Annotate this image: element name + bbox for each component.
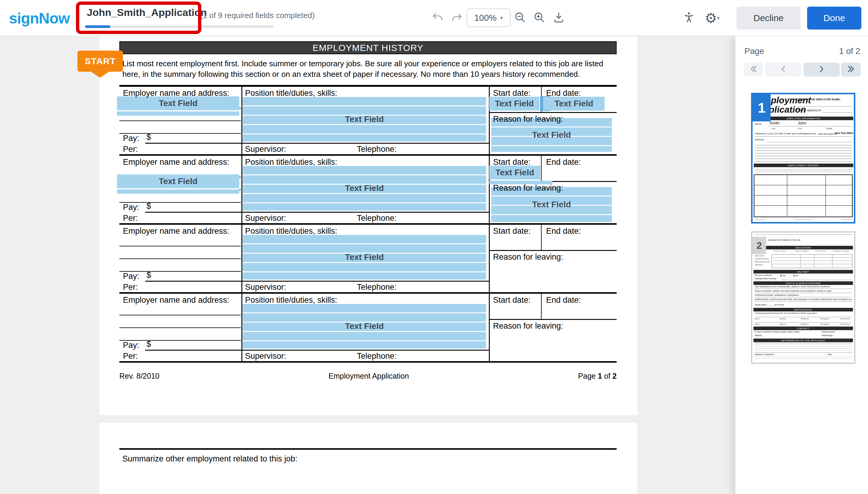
reason-divider: [489, 319, 617, 320]
last-page-button[interactable]: [841, 63, 861, 77]
pay-label: Pay:: [123, 272, 139, 281]
column-divider: [489, 225, 490, 292]
text-field-start-date[interactable]: Text Field: [489, 166, 540, 179]
employment-row-2: Employer name and address: Position titl…: [119, 156, 617, 225]
write-line: [119, 120, 241, 121]
thumb-alt-value: Text Test INFO: [834, 132, 853, 135]
undo-button[interactable]: [430, 11, 445, 25]
supervisor-label: Supervisor:: [245, 213, 286, 223]
write-line: [145, 143, 489, 144]
decline-button[interactable]: Decline: [737, 7, 800, 30]
thumb-line: [797, 106, 852, 107]
gear-icon: ⚙: [705, 11, 717, 25]
end-date-label: End date:: [546, 227, 581, 236]
text-field-overlay[interactable]: [117, 111, 239, 116]
footer-page-number: Page 1 of 2: [578, 372, 617, 380]
zoom-in-icon: [533, 11, 546, 25]
date-column-divider: [541, 294, 541, 319]
pay-label: Pay:: [123, 341, 139, 350]
text-field-overlay[interactable]: [117, 189, 239, 194]
thumb-col-label: Telephone: [800, 323, 809, 325]
accessibility-button[interactable]: [682, 11, 696, 25]
thumb-col-label: Graduate or degree: [833, 250, 849, 252]
thumb-col-label: Name: [755, 318, 759, 320]
thumb-references-line: List two personal references who are not…: [755, 312, 817, 314]
date-column-divider: [541, 156, 541, 181]
thumb-line: [755, 353, 852, 353]
thumb-line: [755, 301, 852, 302]
first-page-button[interactable]: [744, 63, 763, 77]
thumb-section-bar: EDUCATION: [754, 246, 853, 249]
thumb-skills-line: Typing speed: ______ per minute: [755, 304, 783, 306]
thumb-line: [755, 234, 852, 235]
next-page-button[interactable]: [804, 63, 840, 77]
redo-icon: [450, 12, 463, 24]
column-divider: [241, 294, 242, 361]
document-page-2: Summarize other employment related to th…: [99, 423, 637, 494]
page-number-badge: 1: [753, 94, 771, 121]
write-line: [145, 281, 489, 282]
thumb-line: [755, 297, 852, 297]
page-thumbnail-1[interactable]: 1 Employment Application COMPANY OR EMPL…: [751, 93, 855, 224]
thumb-contact-address: Address:: [755, 334, 762, 337]
thumb-checkbox-yes: Yes: [780, 274, 786, 277]
page-thumbnail-2[interactable]: 2 employment related to this job: EDUCAT…: [751, 231, 855, 364]
zoom-level-value: 100%: [474, 13, 497, 23]
reason-divider: [489, 250, 617, 251]
download-button[interactable]: [552, 11, 566, 25]
zoom-in-button[interactable]: [532, 11, 547, 25]
text-field-position[interactable]: Text Field: [243, 235, 486, 280]
signnow-logo: signNow: [9, 10, 70, 27]
thumb-line: [768, 126, 852, 127]
employment-row-3: Employer name and address: Position titl…: [119, 225, 617, 294]
text-field-end-date[interactable]: Text Field: [543, 97, 605, 111]
end-date-label: End date:: [546, 296, 581, 305]
thumb-col-label: Years known: [840, 318, 850, 320]
chevron-down-icon: ▾: [717, 15, 720, 21]
footer-revision: Rev. 8/2010: [119, 372, 160, 380]
column-divider: [489, 294, 490, 361]
thumb-skills-line: Additional skills, including supervision…: [755, 298, 852, 300]
thumb-contact-row: Telephone: (123) 123 4567 Email: john.sm…: [755, 132, 816, 135]
zoom-level-select[interactable]: 100% ▾: [466, 8, 511, 27]
employer-label: Employer name and address:: [123, 157, 229, 167]
thumb-section-bar: REFERENCES: [754, 308, 853, 311]
zoom-out-button[interactable]: [513, 11, 528, 25]
text-field-employer[interactable]: Text Field: [117, 96, 239, 110]
per-label: Per:: [123, 145, 138, 154]
fields-progress-text: (1 of 9 required fields completed): [200, 11, 315, 20]
text-field-start-date[interactable]: Text Field: [489, 97, 539, 111]
thumb-line: [767, 142, 852, 142]
text-field-position[interactable]: Text Field: [243, 97, 486, 141]
thumb-col-label: Middle: [826, 128, 832, 130]
thumb-text-lines: [755, 357, 852, 360]
thumb-last-name: Smith: [770, 121, 779, 125]
previous-page-button[interactable]: [765, 63, 801, 77]
thumb-line: [755, 322, 852, 323]
text-field-employer[interactable]: Text Field: [117, 174, 239, 188]
start-tag[interactable]: START: [77, 51, 123, 72]
text-field-position[interactable]: Text Field: [243, 304, 486, 348]
intro-text: List most recent employment first. Inclu…: [122, 58, 618, 79]
end-date-label: End date:: [546, 89, 581, 98]
redo-button[interactable]: [450, 11, 464, 25]
thumb-col-label: Institution name: [773, 250, 786, 252]
thumb-employment-table: [754, 174, 853, 217]
settings-button[interactable]: ⚙ ▾: [701, 11, 723, 25]
double-chevron-left-icon: [749, 64, 758, 75]
position-label: Position title/duties, skills:: [245, 89, 337, 98]
employment-history-table: Employer name and address: Position titl…: [119, 85, 617, 363]
text-field-position[interactable]: Text Field: [243, 166, 486, 211]
thumb-col-label: Address: [779, 318, 786, 320]
section-header-bar: EMPLOYMENT HISTORY: [119, 41, 617, 54]
write-line: [119, 327, 241, 328]
done-button[interactable]: Done: [807, 7, 861, 30]
footer-title: Employment Application: [329, 372, 409, 380]
thumb-line: [755, 293, 852, 293]
employer-label: Employer name and address:: [123, 89, 229, 98]
chevron-down-icon: ▾: [500, 15, 503, 21]
thumb-text-lines: [755, 343, 852, 351]
thumb-name-label: Name:: [755, 122, 762, 125]
position-label: Position title/duties, skills:: [245, 227, 337, 236]
thumb-table-row: [754, 185, 852, 195]
